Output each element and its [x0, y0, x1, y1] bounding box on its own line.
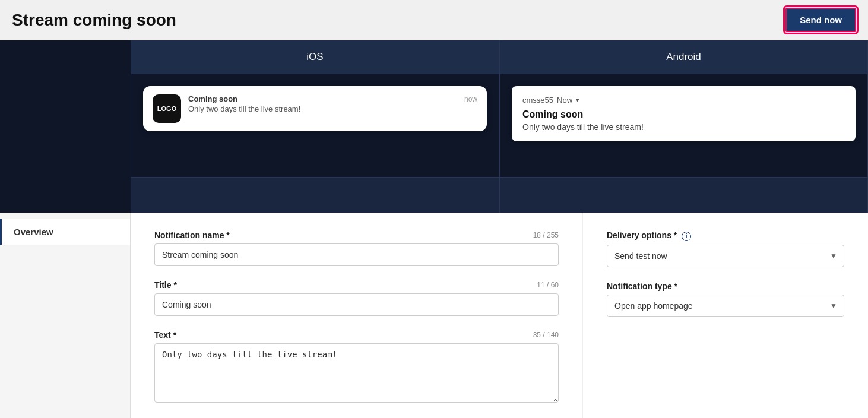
delivery-options-info-icon[interactable]: i	[682, 232, 691, 241]
ios-notification-body: Only two days till the live stream!	[188, 104, 477, 113]
ios-notification-content: Coming soon now Only two days till the l…	[188, 94, 477, 113]
notification-type-select[interactable]: Open app homepage Open URL Open deep lin…	[607, 294, 844, 317]
text-group: Text * 35 / 140	[154, 330, 559, 405]
title-label: Title *	[154, 280, 177, 290]
android-preview-column: Android cmsse55 Now ▾ Coming soon Only t…	[499, 40, 868, 213]
header: Stream coming soon Send now	[0, 0, 868, 40]
form-area: Notification name * 18 / 255 Title * 11 …	[131, 213, 583, 418]
notification-name-counter: 18 / 255	[533, 231, 559, 239]
title-label-row: Title * 11 / 60	[154, 280, 559, 290]
notification-name-label: Notification name *	[154, 230, 230, 240]
main-content: Overview Notification name * 18 / 255 Ti…	[0, 213, 868, 418]
android-notification-time: Now	[557, 96, 572, 104]
android-notification-body: Only two days till the live stream!	[522, 122, 845, 132]
notification-name-group: Notification name * 18 / 255	[154, 230, 559, 266]
sidebar-item-overview[interactable]: Overview	[0, 218, 130, 245]
ios-bottom-area	[131, 177, 499, 213]
ios-notification-time: now	[464, 95, 477, 103]
preview-left-spacer	[0, 40, 131, 213]
android-notification-top: cmsse55 Now ▾	[522, 96, 845, 104]
ios-notification-top: Coming soon now	[188, 94, 477, 103]
android-notification-title: Coming soon	[522, 109, 845, 120]
send-now-button[interactable]: Send now	[785, 8, 856, 32]
sidebar: Overview	[0, 213, 131, 418]
preview-section: iOS LOGO Coming soon now Only two days t…	[0, 40, 868, 213]
right-panel: Delivery options * i Send test now Send …	[583, 213, 868, 418]
android-app-name: cmsse55	[522, 96, 553, 104]
android-notification-card: cmsse55 Now ▾ Coming soon Only two days …	[512, 86, 856, 141]
android-chevron-icon: ▾	[576, 96, 579, 104]
title-counter: 11 / 60	[537, 281, 559, 289]
android-card-area: cmsse55 Now ▾ Coming soon Only two days …	[500, 74, 867, 177]
notification-type-select-wrapper: Open app homepage Open URL Open deep lin…	[607, 294, 844, 317]
title-group: Title * 11 / 60	[154, 280, 559, 316]
delivery-options-label-row: Delivery options * i	[607, 230, 844, 241]
delivery-options-label: Delivery options * i	[607, 230, 691, 241]
delivery-options-select[interactable]: Send test now Send now Schedule	[607, 245, 844, 267]
ios-card-area: LOGO Coming soon now Only two days till …	[131, 74, 499, 177]
android-bottom-area	[500, 177, 867, 213]
ios-preview-column: iOS LOGO Coming soon now Only two days t…	[131, 40, 499, 213]
text-textarea[interactable]	[154, 343, 559, 403]
text-label: Text *	[154, 330, 176, 340]
ios-app-name: Coming soon	[188, 94, 237, 103]
notification-type-label: Notification type *	[607, 281, 677, 291]
notification-name-input[interactable]	[154, 243, 559, 266]
ios-platform-header: iOS	[131, 40, 499, 74]
text-counter: 35 / 140	[533, 331, 559, 339]
delivery-options-select-wrapper: Send test now Send now Schedule ▼	[607, 245, 844, 267]
title-input[interactable]	[154, 293, 559, 316]
text-label-row: Text * 35 / 140	[154, 330, 559, 340]
ios-app-logo: LOGO	[153, 94, 181, 123]
page-title: Stream coming soon	[12, 11, 176, 30]
ios-notification-card: LOGO Coming soon now Only two days till …	[143, 86, 487, 131]
delivery-options-group: Delivery options * i Send test now Send …	[607, 230, 844, 267]
notification-type-group: Notification type * Open app homepage Op…	[607, 281, 844, 317]
notification-name-label-row: Notification name * 18 / 255	[154, 230, 559, 240]
android-platform-header: Android	[500, 40, 867, 74]
notification-type-label-row: Notification type *	[607, 281, 844, 291]
